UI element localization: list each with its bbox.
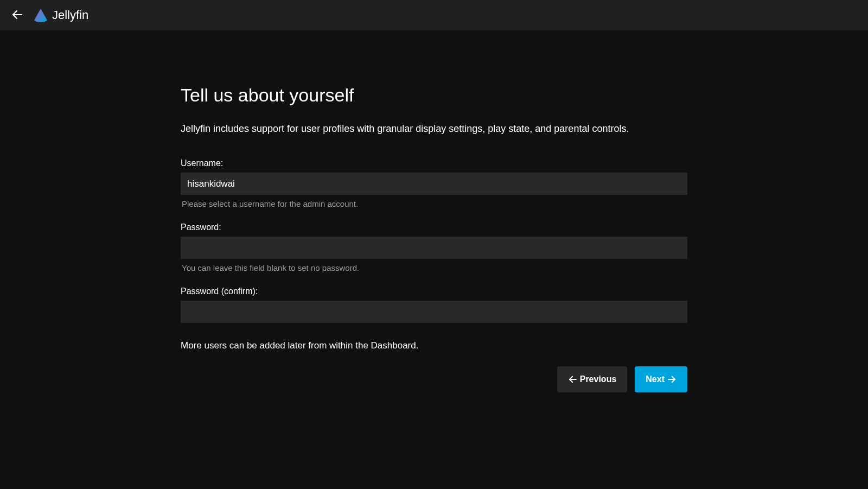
- button-row: Previous Next: [181, 366, 687, 392]
- main-content: Tell us about yourself Jellyfin includes…: [181, 30, 687, 392]
- arrow-left-icon: [568, 374, 578, 384]
- app-name: Jellyfin: [52, 8, 88, 22]
- password-confirm-input[interactable]: [181, 301, 687, 323]
- arrow-right-icon: [667, 374, 676, 384]
- previous-button-label: Previous: [580, 374, 617, 384]
- next-button-label: Next: [646, 374, 665, 384]
- back-button[interactable]: [7, 4, 28, 26]
- username-label: Username:: [181, 158, 687, 168]
- jellyfin-logo-icon: [33, 7, 49, 23]
- next-button[interactable]: Next: [635, 366, 687, 392]
- app-header: Jellyfin: [0, 0, 868, 30]
- password-label: Password:: [181, 223, 687, 232]
- page-title: Tell us about yourself: [181, 85, 687, 106]
- more-users-text: More users can be added later from withi…: [181, 340, 687, 351]
- username-input[interactable]: [181, 173, 687, 195]
- password-input[interactable]: [181, 237, 687, 259]
- password-group: Password: You can leave this field blank…: [181, 223, 687, 272]
- page-description: Jellyfin includes support for user profi…: [181, 122, 687, 136]
- password-help: You can leave this field blank to set no…: [181, 263, 687, 272]
- password-confirm-group: Password (confirm):: [181, 287, 687, 323]
- username-group: Username: Please select a username for t…: [181, 158, 687, 208]
- arrow-left-icon: [11, 8, 24, 23]
- previous-button[interactable]: Previous: [557, 366, 628, 392]
- password-confirm-label: Password (confirm):: [181, 287, 687, 296]
- app-logo: Jellyfin: [33, 7, 88, 23]
- username-help: Please select a username for the admin a…: [181, 199, 687, 208]
